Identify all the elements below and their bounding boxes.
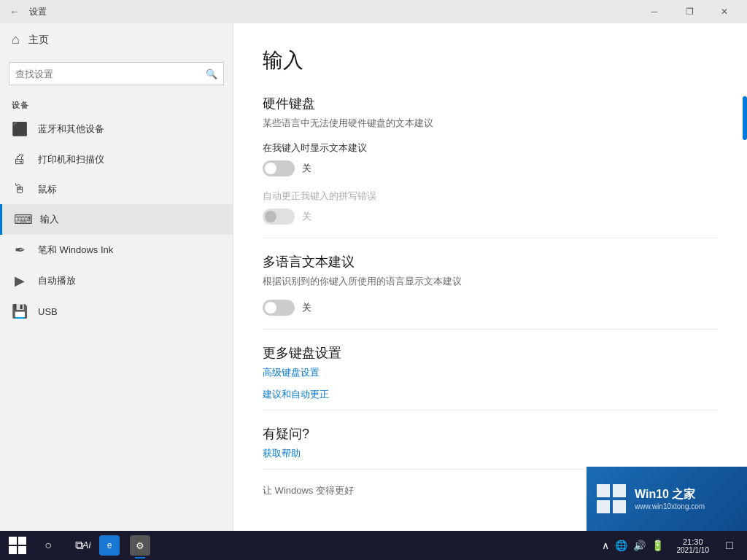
watermark-sub: www.win10xtong.com	[635, 502, 705, 510]
sidebar-item-pen[interactable]: ✒ 笔和 Windows Ink	[0, 235, 233, 265]
multilang-title: 多语言文本建议	[263, 253, 718, 271]
toggle2-label: 自动更正我键入的拼写错误	[263, 190, 718, 203]
page-title: 输入	[263, 47, 718, 74]
notification-button[interactable]: □	[715, 531, 744, 560]
start-button[interactable]	[3, 531, 32, 560]
watermark-title: Win10 之家	[635, 487, 705, 502]
notification-icon: □	[726, 539, 733, 552]
ai-label: Ai	[82, 540, 91, 551]
mouse-icon: 🖱	[12, 182, 28, 197]
network-icon[interactable]: 🌐	[614, 538, 629, 553]
search-input[interactable]	[15, 69, 206, 79]
divider2	[263, 329, 718, 330]
clock-time: 21:30	[677, 537, 710, 546]
settings-app-icon: ⚙	[130, 535, 150, 556]
toggle1-row: 关	[263, 160, 718, 176]
search-taskbar-icon: ○	[44, 539, 52, 552]
multilang-toggle-row: 关	[263, 300, 718, 316]
titlebar-title: 设置	[29, 6, 47, 18]
watermark: Win10 之家 www.win10xtong.com	[587, 467, 747, 531]
sidebar-section-label: 设备	[0, 91, 233, 114]
content-area: 输入 硬件键盘 某些语言中无法使用硬件键盘的文本建议 在我键入时显示文本建议 关…	[233, 23, 747, 531]
bluetooth-icon: ⬛	[12, 121, 28, 137]
window-controls: ─ ❐ ✕	[638, 0, 741, 23]
pen-icon: ✒	[12, 242, 28, 258]
help-title: 有疑问?	[263, 425, 718, 443]
toggle2-row: 关	[263, 209, 718, 225]
titlebar: ← 设置 ─ ❐ ✕	[0, 0, 747, 23]
volume-icon[interactable]: 🔊	[632, 538, 647, 553]
sidebar-item-input[interactable]: ⌨ 输入	[0, 204, 233, 235]
minimize-button[interactable]: ─	[638, 0, 671, 23]
printer-icon: 🖨	[12, 152, 28, 167]
get-help-link[interactable]: 获取帮助	[263, 447, 718, 460]
multilang-toggle-text: 关	[302, 301, 311, 314]
sidebar-home-item[interactable]: ⌂ 主页	[0, 23, 233, 56]
close-button[interactable]: ✕	[708, 0, 741, 23]
hardware-keyboard-title: 硬件键盘	[263, 95, 718, 112]
home-label: 主页	[28, 34, 49, 47]
main-area: ⌂ 主页 🔍 设备 ⬛ 蓝牙和其他设备 🖨 打印机和扫描仪 🖱 鼠标	[0, 23, 747, 531]
watermark-text: Win10 之家 www.win10xtong.com	[635, 487, 705, 510]
suggestions-autocorrect-link[interactable]: 建议和自动更正	[263, 388, 718, 401]
more-keyboard-title: 更多键盘设置	[263, 344, 718, 362]
search-icon: 🔍	[206, 69, 217, 79]
battery-icon[interactable]: 🔋	[650, 538, 665, 553]
watermark-logo	[595, 483, 627, 515]
search-taskbar-button[interactable]: ○	[34, 531, 63, 560]
taskbar-app-settings[interactable]: ⚙	[125, 531, 155, 560]
svg-rect-2	[597, 500, 610, 513]
sidebar-item-autoplay[interactable]: ▶ 自动播放	[0, 265, 233, 296]
search-box[interactable]: 🔍	[9, 62, 224, 85]
multilang-toggle[interactable]	[263, 300, 295, 316]
multilang-desc: 根据识别到的你键入所使用的语言显示文本建议	[263, 275, 718, 288]
svg-rect-1	[613, 484, 626, 497]
sidebar-item-usb[interactable]: 💾 USB	[0, 296, 233, 327]
maximize-button[interactable]: ❐	[673, 0, 706, 23]
autocorrect-toggle[interactable]	[263, 209, 295, 225]
ai-label-area: Ai	[69, 530, 104, 560]
scrollbar-thumb[interactable]	[743, 96, 747, 140]
keyboard-icon: ⌨	[14, 211, 30, 228]
usb-icon: 💾	[12, 303, 28, 319]
system-tray: ∧ 🌐 🔊 🔋	[595, 538, 671, 553]
svg-rect-0	[597, 484, 610, 497]
divider3	[263, 410, 718, 411]
autoplay-icon: ▶	[12, 273, 28, 289]
toggle1-label: 在我键入时显示文本建议	[263, 141, 718, 155]
toggle2-text: 关	[302, 210, 311, 223]
divider1	[263, 238, 718, 238]
sidebar-item-printer[interactable]: 🖨 打印机和扫描仪	[0, 144, 233, 174]
svg-rect-3	[613, 500, 626, 513]
home-icon: ⌂	[12, 32, 20, 47]
taskbar: ○ ⧉ e ⚙ ∧ 🌐 🔊 🔋 21:30 2021/1/10 □ Ai	[0, 531, 747, 560]
back-button[interactable]: ←	[6, 3, 23, 20]
chevron-up-icon[interactable]: ∧	[600, 538, 611, 553]
clock[interactable]: 21:30 2021/1/10	[673, 537, 714, 554]
sidebar-item-mouse[interactable]: 🖱 鼠标	[0, 174, 233, 204]
sidebar-item-bluetooth[interactable]: ⬛ 蓝牙和其他设备	[0, 114, 233, 144]
sidebar: ⌂ 主页 🔍 设备 ⬛ 蓝牙和其他设备 🖨 打印机和扫描仪 🖱 鼠标	[0, 23, 233, 531]
windows-logo	[9, 537, 26, 554]
settings-window: ← 设置 ─ ❐ ✕ ⌂ 主页 🔍 设备 ⬛	[0, 0, 747, 531]
toggle1-text: 关	[302, 162, 311, 175]
text-suggestion-toggle[interactable]	[263, 160, 295, 176]
clock-date: 2021/1/10	[677, 546, 710, 554]
hardware-keyboard-desc: 某些语言中无法使用硬件键盘的文本建议	[263, 117, 718, 130]
advanced-keyboard-link[interactable]: 高级键盘设置	[263, 366, 718, 379]
